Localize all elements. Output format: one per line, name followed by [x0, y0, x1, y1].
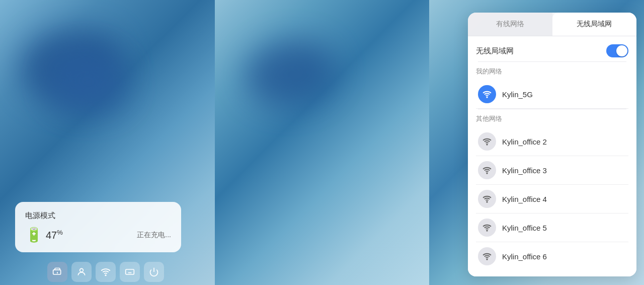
taskbar-1	[30, 259, 181, 285]
power-widget: 电源模式 🔋 47% 正在充电...	[15, 202, 181, 252]
svg-point-38	[487, 201, 488, 202]
connected-network-row[interactable]: Kylin_5G	[476, 80, 628, 109]
taskbar-shutdown-btn-1[interactable]	[144, 262, 164, 282]
net-name-office5: Kylin_office 5	[502, 224, 547, 232]
net-name-office6: Kylin_office 6	[502, 252, 547, 261]
wifi-icon-office5	[478, 219, 496, 237]
wifi-icon-office6	[478, 247, 496, 265]
charging-text: 正在充电...	[137, 231, 171, 240]
taskbar-user-btn-1[interactable]	[71, 262, 92, 282]
other-network-label: 其他网络	[476, 114, 628, 123]
connected-wifi-icon	[478, 85, 496, 103]
svg-rect-4	[126, 269, 134, 274]
svg-point-40	[487, 259, 488, 260]
wifi-toggle-row: 无线局域网	[476, 42, 628, 61]
tab-wired[interactable]: 有线网络	[468, 13, 552, 36]
svg-point-39	[487, 230, 488, 231]
net-office5-row[interactable]: Kylin_office 5	[476, 213, 628, 242]
net-office2-row[interactable]: Kylin_office 2	[476, 127, 628, 156]
svg-point-3	[105, 275, 106, 276]
network-panel: 有线网络 无线局域网 无线局域网 我的网络	[468, 13, 636, 276]
taskbar-keyboard-btn-1[interactable]	[120, 262, 140, 282]
wifi-icon-office4	[478, 190, 496, 208]
battery-percent: 47%	[46, 229, 63, 241]
network-content: 无线局域网 我的网络 Kylin_5G 其他网络	[468, 36, 636, 276]
power-title: 电源模式	[25, 211, 171, 221]
net-office6-row[interactable]: Kylin_office 6	[476, 242, 628, 270]
wifi-toggle-label: 无线局域网	[476, 46, 514, 56]
wifi-toggle[interactable]	[606, 44, 628, 57]
svg-point-35	[487, 97, 488, 98]
net-name-office4: Kylin_office 4	[502, 195, 547, 203]
wifi-icon-office2	[478, 132, 496, 151]
net-name-office3: Kylin_office 3	[502, 166, 547, 175]
battery-icon: 🔋 47%	[25, 227, 63, 243]
desktop: 电源模式 🔋 47% 正在充电...	[0, 0, 644, 285]
net-office4-row[interactable]: Kylin_office 4	[476, 185, 628, 213]
svg-rect-0	[53, 270, 61, 274]
svg-point-36	[487, 144, 488, 145]
connected-net-name: Kylin_5G	[502, 90, 533, 99]
net-name-office2: Kylin_office 2	[502, 137, 547, 146]
panel-3: 有线网络 无线局域网 无线局域网 我的网络	[429, 0, 644, 285]
panel-2: Ace Hood ✓ User_0011	[215, 0, 430, 285]
svg-point-2	[80, 268, 84, 272]
svg-point-37	[487, 173, 488, 174]
taskbar-power-btn[interactable]	[47, 262, 67, 282]
net-office3-row[interactable]: Kylin_office 3	[476, 156, 628, 185]
network-tabs: 有线网络 无线局域网	[468, 13, 636, 36]
my-network-label: 我的网络	[476, 67, 628, 76]
wifi-icon-office3	[478, 161, 496, 179]
panel-1: 电源模式 🔋 47% 正在充电...	[0, 0, 215, 285]
tab-wireless[interactable]: 无线局域网	[552, 13, 637, 36]
taskbar-wifi-btn-1[interactable]	[96, 262, 116, 282]
